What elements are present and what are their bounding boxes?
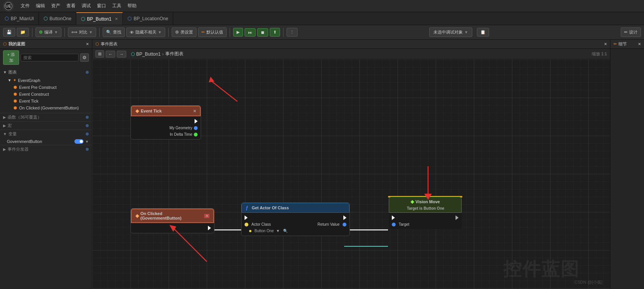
event-graph-close-button[interactable]: ✕ <box>604 42 607 46</box>
event-tick-deltatime-pin[interactable] <box>194 133 198 136</box>
nav-grid-icon[interactable]: ⊞ <box>95 50 104 58</box>
on-clicked-node[interactable]: ◆ On Clicked (GovernmentButton) ✕ <box>130 208 214 233</box>
add-button[interactable]: + 添加 <box>3 50 19 65</box>
svg-line-3 <box>211 80 237 101</box>
search-input[interactable] <box>21 54 79 61</box>
panel-title: 我的蓝图 <box>8 41 25 47</box>
gear-icon[interactable]: ⚙ <box>80 53 89 62</box>
variables-add-icon[interactable]: ⊕ <box>85 132 89 136</box>
event-tick-exec-pin[interactable] <box>195 119 198 124</box>
vision-move-subtitle: Target is Button One <box>406 206 444 210</box>
step-button[interactable]: ⏭ <box>245 28 256 37</box>
vision-move-target-row: Target <box>389 221 462 228</box>
get-actor-exec-out-pin[interactable] <box>343 215 346 220</box>
menu-help[interactable]: 帮助 <box>124 1 140 11</box>
nav-back-button[interactable]: ← <box>106 51 115 58</box>
breadcrumb-graph[interactable]: 事件图表 <box>165 51 184 57</box>
menu-view[interactable]: 查看 <box>63 1 79 11</box>
debug-dropdown[interactable]: 未选中调试对象 ▼ <box>429 27 472 37</box>
on-clicked-exec-pin[interactable] <box>208 226 211 230</box>
event-icon: ◆ <box>135 108 139 114</box>
panel-close-button[interactable]: ✕ <box>86 42 89 46</box>
event-tick-geometry-pin[interactable] <box>194 126 198 130</box>
browse-button[interactable]: 📁 <box>17 28 29 37</box>
functions-add-icon[interactable]: ⊕ <box>85 115 89 120</box>
graphs-add-icon[interactable]: ⊕ <box>85 70 89 75</box>
on-clicked-icon: ◆ <box>135 213 139 218</box>
vision-move-target-pin[interactable] <box>392 223 396 226</box>
toolbar-separator-5 <box>230 28 230 37</box>
diff-button[interactable]: ⟺ 对比 ▼ <box>68 27 96 37</box>
debug-action-btn[interactable]: 📋 <box>477 28 489 37</box>
class-defaults-button[interactable]: ✏ 默认认值 <box>198 27 227 37</box>
get-actor-class-in-pin[interactable] <box>245 223 248 226</box>
get-actor-exec-in-pin[interactable] <box>245 215 248 220</box>
event-tick-node[interactable]: ◆ Event Tick ✕ My Geometry In Delta Time <box>130 105 201 140</box>
more-play-options[interactable]: ⋮ <box>287 28 298 37</box>
vision-move-exec-row <box>389 214 462 221</box>
event-dispatchers-section-header[interactable]: ▶ 事件分发器 ⊕ <box>0 145 92 153</box>
vision-move-exec-out-pin[interactable] <box>456 215 459 220</box>
macros-section-header[interactable]: ▶ 宏 ⊕ <box>0 121 92 130</box>
tab-buttonone[interactable]: ⬡ ButtonOne <box>39 12 76 25</box>
event-graph-icon: ✦ <box>13 78 16 83</box>
event-construct-item[interactable]: Event Construct <box>0 91 92 98</box>
my-blueprint-header: ⬡ 我的蓝图 ✕ <box>0 40 92 49</box>
menu-file[interactable]: 文件 <box>18 1 33 11</box>
menu-window[interactable]: 窗口 <box>94 1 109 11</box>
frame-step-button[interactable]: ⬆ <box>270 28 280 37</box>
stop-button[interactable]: ⏹ <box>257 28 268 37</box>
menu-debug[interactable]: 调试 <box>79 1 94 11</box>
graphs-section-header[interactable]: ▼ 图表 ⊕ <box>0 68 92 77</box>
macros-add-icon[interactable]: ⊕ <box>85 123 89 128</box>
graphs-section: ▼ 图表 ⊕ ▼ ✦ EventGraph Event Pre Construc… <box>0 66 92 113</box>
main-layout: ⬡ 我的蓝图 ✕ + 添加 ⚙ ▼ 图表 ⊕ ▼ ✦ EventGraph Ev… <box>0 40 644 289</box>
menu-asset[interactable]: 资产 <box>48 1 63 11</box>
vision-move-target-label: Target <box>399 222 409 226</box>
tab-bp-button1[interactable]: ⬡ BP_Button1 ✕ <box>76 12 123 25</box>
tab-bp-mianui[interactable]: ⬡ BP_MianUI <box>0 12 39 25</box>
var-expand-icon[interactable]: ▼ <box>85 140 89 144</box>
compile-button[interactable]: ⚙ 编译 ▼ <box>35 27 61 37</box>
class-settings-button[interactable]: ⚙ 类设置 <box>172 27 196 37</box>
tab-close-icon[interactable]: ✕ <box>115 17 118 21</box>
menu-edit[interactable]: 编辑 <box>33 1 48 11</box>
functions-section-header[interactable]: ▶ 函数（36可覆盖） ⊕ <box>0 113 92 121</box>
event-construct-dot <box>14 93 17 96</box>
graphs-section-label: 图表 <box>8 69 17 75</box>
get-actor-return-pin[interactable] <box>343 223 346 226</box>
panel-toolbar: + 添加 ⚙ <box>0 49 92 66</box>
hide-unrelated-button[interactable]: 👁 隐藏不相关 ▼ <box>126 27 165 37</box>
vision-move-exec-in-pin[interactable] <box>392 215 395 220</box>
event-tick-exec-row <box>131 118 201 125</box>
nav-forward-button[interactable]: → <box>117 51 126 58</box>
menu-tools[interactable]: 工具 <box>109 1 124 11</box>
tab-bp-locationone[interactable]: ⬡ BP_LocationOne <box>123 12 173 25</box>
watermark: 控件蓝图 <box>503 257 580 281</box>
save-button[interactable]: 💾 <box>3 28 15 37</box>
play-button[interactable]: ▶ <box>233 28 243 37</box>
on-clicked-close[interactable]: ✕ <box>204 214 209 218</box>
dispatchers-add-icon[interactable]: ⊕ <box>85 147 89 152</box>
toolbar-separator-3 <box>99 28 100 37</box>
svg-text:UE: UE <box>5 4 11 8</box>
graph-canvas[interactable]: ◆ Event Tick ✕ My Geometry In Delta Time <box>92 59 610 289</box>
event-tick-item[interactable]: Event Tick <box>0 98 92 104</box>
toolbar-separator-4 <box>168 28 169 37</box>
event-tick-close[interactable]: ✕ <box>193 109 196 113</box>
macros-caret-icon: ▶ <box>3 124 6 128</box>
var-toggle[interactable] <box>74 139 84 144</box>
event-pre-construct-item[interactable]: Event Pre Construct <box>0 84 92 91</box>
breadcrumb-blueprint[interactable]: BP_Button1 <box>136 51 161 57</box>
vision-move-node[interactable]: ◈ Vision Move Target is Button One <box>388 196 462 197</box>
government-button-var[interactable]: GovernmentButton ▼ <box>0 138 92 145</box>
ue-logo[interactable]: UE <box>3 1 14 11</box>
search-button[interactable]: 🔍 查找 <box>103 27 125 37</box>
variables-section-header[interactable]: ▼ 变量 ⊕ <box>0 130 92 138</box>
on-clicked-item[interactable]: On Clicked (GovernmentButton) <box>0 104 92 111</box>
event-graph-item[interactable]: ▼ ✦ EventGraph <box>0 77 92 84</box>
details-close-button[interactable]: ✕ <box>638 42 641 46</box>
get-actor-class-small-pin[interactable] <box>249 230 251 232</box>
get-actor-node[interactable]: ƒ Get Actor Of Class Actor Class Return … <box>241 202 350 236</box>
design-button[interactable]: ✏ 设计 <box>621 27 641 37</box>
